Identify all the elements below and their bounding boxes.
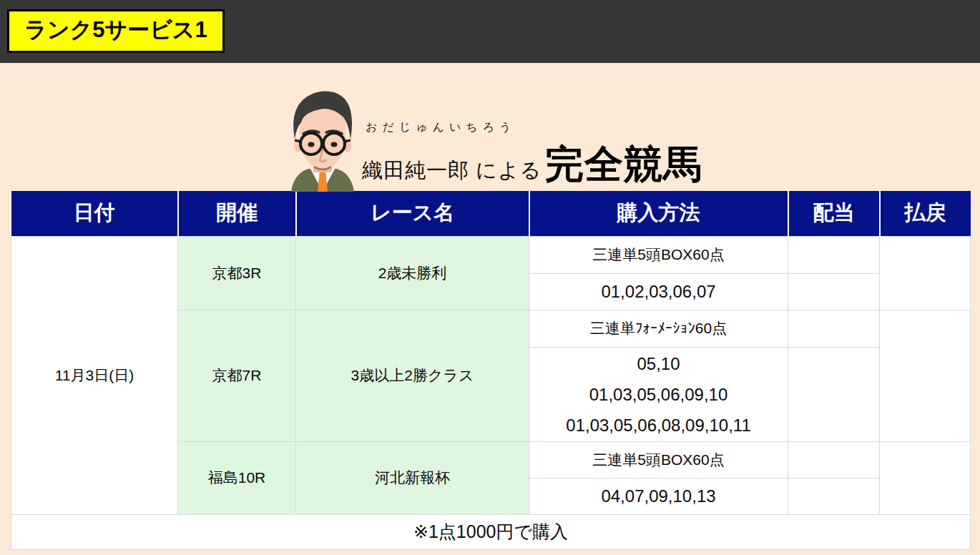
col-header-date: 日付 xyxy=(11,191,178,236)
table-note-row: ※1点1000円で購入 xyxy=(11,514,971,549)
author-furigana: おだじゅんいちろう xyxy=(366,120,702,135)
horse-numbers-cell: 04,07,09,10,13 xyxy=(529,478,788,514)
venue-cell-kyoto7r: 京都7R xyxy=(178,310,296,441)
title-line: 織田純一郎 による 完全競馬 xyxy=(362,139,702,191)
col-header-race-name: レース名 xyxy=(296,191,529,236)
purchase-note: ※1点1000円で購入 xyxy=(11,514,971,549)
col-header-refund: 払戻 xyxy=(880,191,971,236)
race-name-cell: 2歳未勝利 xyxy=(296,236,529,310)
top-bar: ランク5サービス1 xyxy=(0,0,980,63)
formation-line-1: 05,10 xyxy=(529,348,788,379)
refund-cell xyxy=(880,310,971,441)
hero-title-block: おだじゅんいちろう 織田純一郎 による 完全競馬 xyxy=(362,120,702,191)
rank-service-badge: ランク5サービス1 xyxy=(7,9,225,53)
race-table: 日付 開催 レース名 購入方法 配当 払戻 11月3日(日) 京都3R 2歳未勝… xyxy=(11,191,971,550)
refund-cell xyxy=(880,236,971,310)
dividend-cell xyxy=(788,441,880,478)
venue-cell-kyoto3r: 京都3R xyxy=(178,236,296,310)
date-cell: 11月3日(日) xyxy=(11,236,178,514)
dividend-cell xyxy=(788,236,880,273)
dividend-cell xyxy=(788,273,880,310)
col-header-dividend: 配当 xyxy=(788,191,880,236)
purchase-method-cell: 三連単ﾌｫｰﾒｰｼｮﾝ60点 xyxy=(529,310,788,347)
table-header-row: 日付 開催 レース名 購入方法 配当 払戻 xyxy=(11,191,971,236)
dividend-cell xyxy=(788,310,880,347)
dividend-cell xyxy=(788,478,880,514)
horse-numbers-cell: 01,02,03,06,07 xyxy=(529,273,788,310)
col-header-purchase-method: 購入方法 xyxy=(529,191,788,236)
race-name-cell: 3歳以上2勝クラス xyxy=(296,310,529,441)
race-name-cell: 河北新報杯 xyxy=(296,441,529,514)
service-title: 完全競馬 xyxy=(545,139,702,191)
page: ランク5サービス1 xyxy=(0,0,980,555)
dividend-cell xyxy=(788,347,880,441)
table-row: 11月3日(日) 京都3R 2歳未勝利 三連単5頭BOX60点 xyxy=(11,236,971,273)
author-name: 織田純一郎 による xyxy=(362,157,542,185)
horse-numbers-cell: 05,10 01,03,05,06,09,10 01,03,05,06,08,0… xyxy=(529,347,788,441)
hero-section: おだじゅんいちろう 織田純一郎 による 完全競馬 xyxy=(0,63,980,191)
formation-line-3: 01,03,05,06,08,09,10,11 xyxy=(529,410,788,441)
purchase-method-cell: 三連単5頭BOX60点 xyxy=(529,441,788,478)
author-avatar xyxy=(284,87,361,191)
refund-cell xyxy=(880,441,971,514)
col-header-venue: 開催 xyxy=(178,191,296,236)
venue-cell-fukushima10r: 福島10R xyxy=(178,441,296,514)
purchase-method-cell: 三連単5頭BOX60点 xyxy=(529,236,788,273)
formation-line-2: 01,03,05,06,09,10 xyxy=(529,379,788,410)
man-portrait-illustration xyxy=(284,87,361,192)
